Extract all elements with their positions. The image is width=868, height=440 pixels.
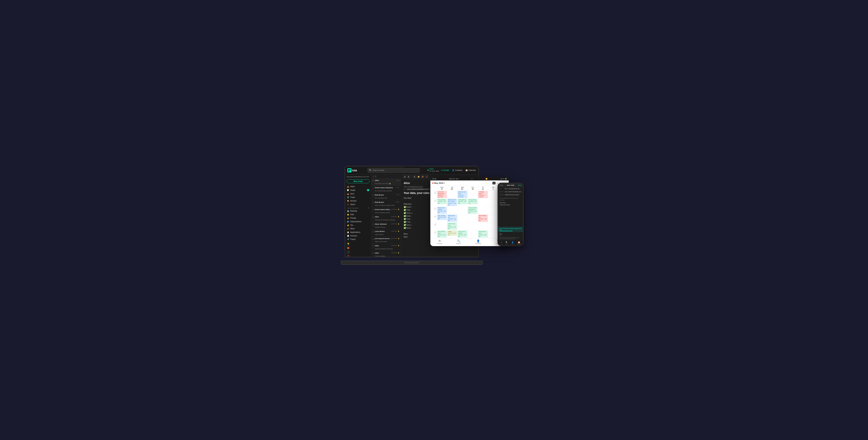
cal-prev-button[interactable]: ‹ xyxy=(485,181,488,184)
cal-cell-mon-1[interactable]: Pick up Henry1:00 PM - 1:30 PM xyxy=(437,199,447,206)
email-checkbox-6[interactable] xyxy=(373,224,374,225)
email-item-2[interactable]: Rob Brown 11:06 Re: Feedback talk xyxy=(371,193,401,200)
sidebar-item-subscriptions[interactable]: 📬 Subscriptions xyxy=(345,220,371,223)
cal-event-collect-henry[interactable]: Collect Henry from ...4:00 PM - 4:30 PM xyxy=(447,223,457,230)
cal-event-business-lunch[interactable]: Business lunch @ The Harp1:00 PM - 2:00 … xyxy=(447,199,457,206)
email-checkbox-2[interactable] xyxy=(373,195,374,196)
sidebar-item-banking[interactable]: 🏦 Banking xyxy=(345,209,371,213)
cal-event-karate-mon[interactable]: Henry karate class5:00 PM - 6:00 PM xyxy=(437,230,447,238)
cal-nav-emails[interactable]: ✉ Emails xyxy=(437,239,442,244)
cal-event-weekly-report[interactable]: ✏ Weekly Report12:00 PM - 1:30 PM xyxy=(478,191,488,198)
forward-button[interactable]: ▶ xyxy=(407,175,410,178)
cal-cell-mon-5[interactable]: Henry karate class5:00 PM - 6:00 PM xyxy=(437,230,447,238)
cal-cell-tue-3[interactable]: Meeting with Joe3:00 PM - 4:00 PM xyxy=(447,214,457,222)
email-item-0[interactable]: Alice 11:08 Your data, your rules 🔒 xyxy=(371,179,401,186)
email-checkbox-1[interactable] xyxy=(373,187,374,189)
sidebar-item-sent[interactable]: 📤 Sent xyxy=(345,192,371,196)
cal-nav-search[interactable]: 🔍 Search xyxy=(456,239,461,244)
select-all-checkbox[interactable] xyxy=(373,176,374,177)
email-checkbox-8[interactable] xyxy=(373,238,374,240)
cal-cell-mon-3[interactable]: Team meeting3:00 PM - 4:00 PM xyxy=(437,214,447,222)
cal-event-karate-fri[interactable]: Henry karate class5:00 PM - 6:00 PM xyxy=(478,230,488,238)
phone-nav-emails[interactable]: ✉ Emails xyxy=(500,241,503,245)
cal-event-lunch[interactable]: Lunch with design team12:00 PM - 12:45 P… xyxy=(437,191,447,198)
sidebar-item-inbox[interactable]: 📥 Inbox xyxy=(345,185,371,188)
email-checkbox-5[interactable] xyxy=(373,216,374,218)
cal-event-team-catchup[interactable]: Team catch up1:00 PM - 1:30 PM xyxy=(458,199,467,204)
email-checkbox-4[interactable] xyxy=(373,209,374,210)
cal-cell-tue-4[interactable]: Collect Henry from ...4:00 PM - 4:30 PM xyxy=(447,223,457,230)
phone-body[interactable]: This message will be sent end-to-end enc… xyxy=(498,196,523,227)
cal-cell-fri-12[interactable]: ✏ Weekly Report12:00 PM - 1:30 PM xyxy=(478,191,488,198)
cal-event-pilates[interactable]: Pilates5:00 PM - 6:00 PM xyxy=(447,230,457,236)
sidebar-item-trash[interactable]: 🗑️ Trash xyxy=(345,196,371,199)
sidebar-item-travel[interactable]: ✈️ Travel xyxy=(345,238,371,241)
cal-cell-tue-1[interactable]: Business lunch @ The Harp1:00 PM - 2:00 … xyxy=(447,199,457,206)
phone-subject-value[interactable]: Updated financial reports xyxy=(505,194,522,195)
email-item-7[interactable]: Linus Bronx yesterday Lilly's results 🔒 xyxy=(371,230,401,237)
cal-cell-wed-1[interactable]: Team catch up1:00 PM - 1:30 PM xyxy=(457,199,468,206)
email-item-10[interactable]: Alice yesterday Project updates 🔒 xyxy=(371,251,401,257)
cal-nav-contacts[interactable]: 👤 Contacts xyxy=(475,239,481,244)
delete-button[interactable]: 🗑 xyxy=(413,175,416,178)
email-item-4[interactable]: Green Home Solutions yesterday Solar ins… xyxy=(371,208,401,215)
more-button[interactable]: ••• xyxy=(425,175,429,178)
cal-cell-mon-2[interactable]: Project pitch meeting2:00 PM - 2:30 PM xyxy=(437,207,447,214)
cal-event-project-pitch[interactable]: Project pitch meeting2:00 PM - 2:30 PM xyxy=(437,207,447,214)
new-email-button[interactable]: New email xyxy=(347,179,370,183)
phone-to-value[interactable]: Alice <alice@tutanota.de> xyxy=(505,188,522,189)
cal-event-team-meeting[interactable]: Team meeting3:00 PM - 4:00 PM xyxy=(437,214,447,220)
cal-event-pickup-henry-mon[interactable]: Pick up Henry1:00 PM - 1:30 PM xyxy=(437,199,447,204)
phone-close-button[interactable]: Close xyxy=(500,184,503,186)
phone-send-button[interactable]: Send xyxy=(518,184,522,186)
email-item-8[interactable]: johnnright@tutamail.com yesterday Flight… xyxy=(371,237,401,244)
email-item-1[interactable]: Green Home Solutions 11:07 Re: outsourci… xyxy=(371,186,401,193)
sidebar-item-applications[interactable]: 📋 Applications xyxy=(345,230,371,234)
cal-dropdown-icon[interactable]: ▾ xyxy=(444,182,445,184)
cal-cell-mon-12[interactable]: Lunch with design team12:00 PM - 12:45 P… xyxy=(437,191,447,198)
cal-cell-fri-5[interactable]: Henry karate class5:00 PM - 6:00 PM xyxy=(478,230,488,238)
cal-event-pickup-henry-thu[interactable]: Pick up Henry1:00 PM - 1:30 PM xyxy=(468,199,477,204)
sidebar-item-work[interactable]: 💼 Work xyxy=(345,227,371,230)
nav-emails[interactable]: ✉ Emails xyxy=(441,169,449,171)
cal-event-new-contracts[interactable]: New contracts due3:00 PM - 3:30 PM xyxy=(478,214,488,222)
hint-icon-2[interactable]: 🎁 xyxy=(347,246,350,250)
email-checkbox-7[interactable] xyxy=(373,231,374,232)
edit-folders-icon[interactable]: ✏ xyxy=(368,207,369,209)
sidebar-item-archive[interactable]: 📦 Archive xyxy=(345,199,371,203)
email-checkbox-10[interactable] xyxy=(373,253,374,254)
cal-event-soccer[interactable]: Henry soccer practice5:00 PM - 6:05 PM xyxy=(458,230,467,238)
sidebar-item-invoices[interactable]: 🧾 Invoices xyxy=(345,234,371,238)
email-checkbox-3[interactable] xyxy=(373,202,374,203)
email-item-9[interactable]: Alice yesterday Meeting deadline extende… xyxy=(371,244,401,251)
cal-event-interview[interactable]: Interview with Alexa12:00 PM - 12:30 PM xyxy=(458,191,467,198)
cal-cell-tue-5[interactable]: Pilates5:00 PM - 6:00 PM xyxy=(447,230,457,238)
hint-icon-3[interactable]: ⬡ xyxy=(347,251,350,254)
cal-cell-thu-1[interactable]: Pick up Henry1:00 PM - 1:30 PM xyxy=(468,199,478,206)
email-item-5[interactable]: Alice yesterday Request for deadline ext… xyxy=(371,215,401,222)
search-bar[interactable]: 🔍 Search emails xyxy=(368,168,420,173)
phone-nav-calendar[interactable]: 📅 Calendar xyxy=(517,241,521,245)
archive-button[interactable]: 📁 xyxy=(417,175,420,178)
email-checkbox-9[interactable] xyxy=(373,245,374,247)
cal-view-day[interactable]: D xyxy=(492,181,496,184)
nav-calendar[interactable]: 📅 Calendar xyxy=(465,169,476,171)
email-item-3[interactable]: Rob Brown 08:58 ANC Conference Japan 202… xyxy=(371,200,401,208)
phone-nav-contacts[interactable]: 👤 Contacts xyxy=(510,241,515,245)
sidebar-item-private[interactable]: 🔒 Private xyxy=(345,216,371,220)
snooze-button[interactable]: 🔕 xyxy=(421,175,425,178)
cal-more-icon[interactable]: ••• xyxy=(471,178,473,180)
sidebar-item-spam[interactable]: 🚫 Spam xyxy=(345,203,371,206)
cal-event-dentist[interactable]: Henry's dentist appointment2:00 PM - 3:0… xyxy=(468,207,477,214)
sidebar-item-drafts[interactable]: 📝 Drafts 1 xyxy=(345,188,371,192)
sidebar-item-tax[interactable]: 💰 Tax xyxy=(345,223,371,227)
phone-nav-search[interactable]: 🔍 Search xyxy=(505,241,508,245)
cal-next-button[interactable]: › xyxy=(489,181,492,184)
cal-cell-wed-5[interactable]: Henry soccer practice5:00 PM - 6:05 PM xyxy=(457,230,468,238)
sidebar-item-kids[interactable]: 👶 Kids xyxy=(345,213,371,216)
cal-cell-thu-2[interactable]: Henry's dentist appointment2:00 PM - 3:0… xyxy=(468,207,478,214)
filter-icon[interactable]: ⚙ xyxy=(375,175,376,177)
back-button[interactable]: ◀ xyxy=(403,175,406,178)
cal-cell-wed-12[interactable]: Interview with Alexa12:00 PM - 12:30 PM xyxy=(457,191,468,198)
dropdown-icon[interactable]: ▾ xyxy=(429,188,429,190)
